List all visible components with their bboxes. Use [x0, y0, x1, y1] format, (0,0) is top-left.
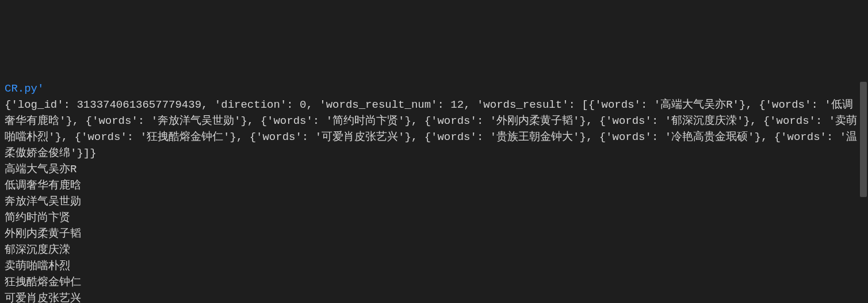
words-line: 可爱肖皮张艺兴	[5, 292, 81, 303]
dict-output: {'log_id': 3133740613657779439, 'directi…	[5, 99, 857, 160]
words-line: 奔放洋气吴世勋	[5, 195, 81, 208]
terminal-output[interactable]: CR.py' {'log_id': 3133740613657779439, '…	[0, 81, 868, 303]
words-line: 外刚内柔黄子韬	[5, 228, 81, 240]
words-line: 狂拽酷熔金钟仁	[5, 276, 81, 289]
vertical-scrollbar[interactable]	[860, 82, 867, 197]
words-line: 卖萌啪噹朴烈	[5, 260, 70, 272]
words-line: 低调奢华有鹿晗	[5, 179, 81, 192]
words-line: 郁深沉度庆溁	[5, 244, 70, 256]
words-line: 简约时尚卞贤	[5, 211, 70, 224]
words-line: 高端大气吴亦R	[5, 163, 77, 176]
script-filename: CR.py'	[5, 82, 44, 95]
